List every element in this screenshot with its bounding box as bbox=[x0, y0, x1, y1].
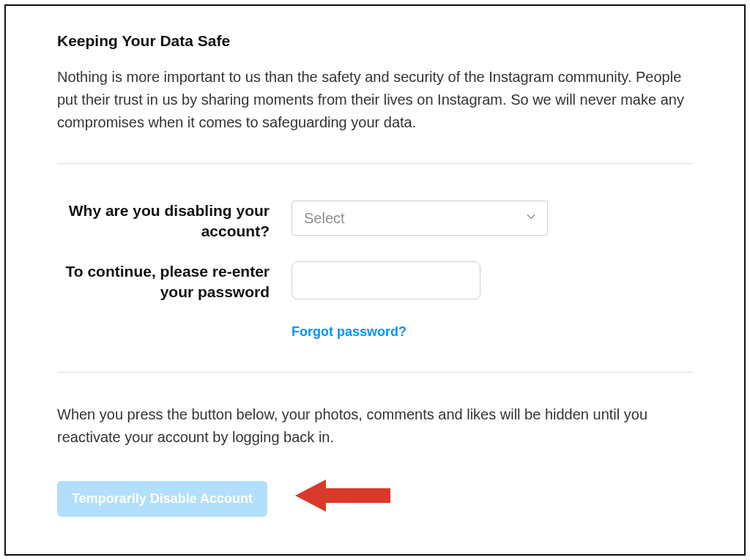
password-input[interactable] bbox=[292, 261, 480, 299]
svg-marker-0 bbox=[295, 479, 390, 512]
forgot-password-link[interactable]: Forgot password? bbox=[292, 321, 406, 340]
section-description: Nothing is more important to us than the… bbox=[57, 66, 693, 134]
disable-form: Why are you disabling your account? Sele… bbox=[57, 164, 693, 372]
forgot-row: Forgot password? bbox=[57, 321, 693, 340]
reason-label: Why are you disabling your account? bbox=[57, 201, 292, 242]
divider bbox=[57, 372, 693, 373]
section-heading: Keeping Your Data Safe bbox=[57, 32, 693, 50]
settings-panel: Keeping Your Data Safe Nothing is more i… bbox=[4, 4, 746, 556]
annotation-arrow-icon bbox=[295, 475, 390, 519]
reason-row: Why are you disabling your account? Sele… bbox=[57, 201, 693, 242]
password-label: To continue, please re-enter your passwo… bbox=[57, 261, 292, 303]
password-row: To continue, please re-enter your passwo… bbox=[57, 261, 693, 303]
footer-note: When you press the button below, your ph… bbox=[57, 403, 693, 449]
temporarily-disable-account-button[interactable]: Temporarily Disable Account bbox=[57, 481, 267, 517]
reason-select[interactable]: Select bbox=[292, 201, 548, 236]
reason-select-value: Select bbox=[304, 210, 345, 227]
